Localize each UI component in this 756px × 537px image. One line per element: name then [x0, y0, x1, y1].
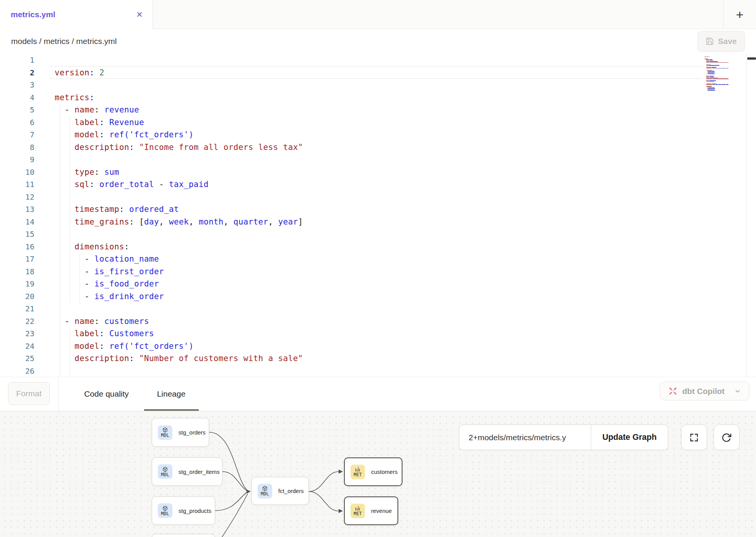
metric-chart-icon: MET: [350, 504, 365, 518]
code-line-5[interactable]: - name: revenue: [0, 104, 703, 116]
indent-guide: [60, 352, 60, 365]
code-line-17[interactable]: - location_name: [0, 253, 703, 265]
code-line-1[interactable]: [0, 54, 703, 67]
code-line-4[interactable]: metrics:: [0, 91, 703, 104]
indent-guide: [70, 253, 70, 265]
indent-guide: [60, 253, 60, 265]
indent-guide: [60, 203, 60, 216]
code-line-2[interactable]: version: 2: [0, 67, 703, 79]
code-line-3[interactable]: [0, 79, 703, 91]
lineage-node-stg_products[interactable]: MDLstg_products: [152, 496, 215, 525]
code-line-14[interactable]: time_grains: [day, week, month, quarter,…: [0, 216, 703, 228]
bottom-toolbar: Format Code quality Lineage dbt Copilot: [0, 377, 756, 411]
indent-guide: [60, 340, 60, 353]
edge-partial-fct: [219, 494, 248, 537]
indent-guide: [60, 290, 60, 303]
lineage-canvas[interactable]: MDLstg_ordersMDLstg_order_itemsMDLstg_pr…: [0, 411, 756, 537]
dbt-copilot-icon: [668, 386, 678, 396]
indent-guide: [70, 166, 70, 179]
indent-guide: [60, 315, 60, 328]
code-line-23[interactable]: label: Customers: [0, 327, 703, 340]
chevron-down-icon: [734, 388, 741, 395]
code-line-11[interactable]: sql: order_total - tax_paid: [0, 178, 703, 191]
tab-code-quality[interactable]: Code quality: [81, 377, 132, 411]
edge-stg-products-fct: [215, 492, 247, 511]
edge-stg-order-items-fct: [222, 472, 247, 491]
code-line-16[interactable]: dimensions:: [0, 241, 703, 253]
code-line-18[interactable]: - is_first_order: [0, 265, 703, 278]
model-cube-icon: MDL: [158, 425, 172, 440]
lineage-node-revenue[interactable]: METrevenue: [344, 496, 398, 525]
code-line-15[interactable]: [0, 228, 703, 241]
code-line-8[interactable]: description: "Income from all orders les…: [0, 141, 703, 154]
code-line-22[interactable]: - name: customers: [0, 315, 703, 328]
close-icon[interactable]: ×: [136, 9, 143, 20]
tab-label: metrics.yml: [11, 10, 55, 19]
graph-search-input[interactable]: [459, 425, 591, 450]
lineage-node-customers[interactable]: METcustomers: [344, 457, 402, 486]
code-line-24[interactable]: model: ref('fct_orders'): [0, 340, 703, 353]
node-label: stg_order_items: [178, 469, 220, 475]
save-label: Save: [718, 37, 737, 46]
minimap-track: [746, 54, 747, 377]
code-line-20[interactable]: - is_drink_order: [0, 290, 703, 303]
indent-guide: [70, 265, 70, 278]
lineage-node-stg_orders[interactable]: MDLstg_orders: [152, 418, 209, 447]
breadcrumb-row: models / metrics / metrics.yml: [0, 29, 756, 54]
code-line-9[interactable]: [0, 153, 703, 166]
code-line-7[interactable]: model: ref('fct_orders'): [0, 129, 703, 141]
indent-guide: [79, 278, 80, 290]
indent-guide: [70, 191, 70, 203]
lineage-node-stg_order_items[interactable]: MDLstg_order_items: [152, 457, 222, 486]
save-icon: [706, 37, 714, 46]
indent-guide: [79, 253, 80, 265]
code-line-10[interactable]: type: sum: [0, 166, 703, 179]
indent-guide: [70, 129, 70, 141]
code-editor[interactable]: 1234567891011121314151617181920212223242…: [0, 54, 756, 377]
code-line-13[interactable]: timestamp: ordered_at: [0, 203, 703, 216]
indent-guide: [70, 178, 70, 191]
indent-guide: [60, 265, 60, 278]
scrollbar-handle[interactable]: [747, 57, 756, 60]
active-tab-underline: [144, 409, 199, 411]
indent-guide: [60, 141, 60, 154]
indent-guide: [70, 365, 70, 378]
refresh-button[interactable]: [714, 425, 740, 450]
update-graph-button[interactable]: Update Graph: [591, 425, 668, 450]
fullscreen-button[interactable]: [681, 425, 707, 450]
arrowhead-fct: [247, 490, 251, 494]
new-tab-button[interactable]: +: [724, 0, 756, 29]
indent-guide: [60, 327, 60, 340]
tab-metrics-yml[interactable]: metrics.yml ×: [0, 0, 153, 29]
node-label: customers: [371, 469, 397, 475]
edge-fct-customers: [309, 472, 339, 491]
indent-guide: [60, 228, 60, 241]
model-cube-icon: MDL: [258, 484, 272, 498]
indent-guide: [70, 340, 70, 353]
model-cube-icon: MDL: [158, 464, 172, 479]
lineage-node-partial[interactable]: [152, 534, 215, 537]
indent-guide: [70, 278, 70, 290]
code-line-12[interactable]: [0, 191, 703, 203]
refresh-icon: [721, 432, 732, 443]
breadcrumb[interactable]: models / metrics / metrics.yml: [11, 37, 117, 46]
format-button[interactable]: Format: [8, 382, 50, 405]
code-line-19[interactable]: - is_food_order: [0, 278, 703, 290]
model-cube-icon: MDL: [158, 503, 172, 518]
toolbar-divider: [58, 377, 59, 411]
code-line-21[interactable]: [0, 303, 703, 315]
save-button[interactable]: Save: [698, 31, 745, 52]
code-line-26[interactable]: [0, 365, 703, 378]
code-quality-label: Code quality: [84, 389, 129, 399]
code-line-25[interactable]: description: "Number of customers with a…: [0, 352, 703, 365]
indent-guide: [70, 203, 70, 216]
tab-lineage[interactable]: Lineage: [152, 377, 190, 411]
indent-guide: [60, 178, 60, 191]
format-label: Format: [16, 389, 42, 398]
code-line-6[interactable]: label: Revenue: [0, 116, 703, 129]
lineage-node-fct_orders[interactable]: MDLfct_orders: [251, 477, 309, 505]
indent-guide: [79, 290, 80, 303]
dbt-copilot-button[interactable]: dbt Copilot: [660, 382, 750, 400]
tab-bar: metrics.yml × +: [0, 0, 756, 29]
arrowhead-customers: [339, 470, 343, 474]
